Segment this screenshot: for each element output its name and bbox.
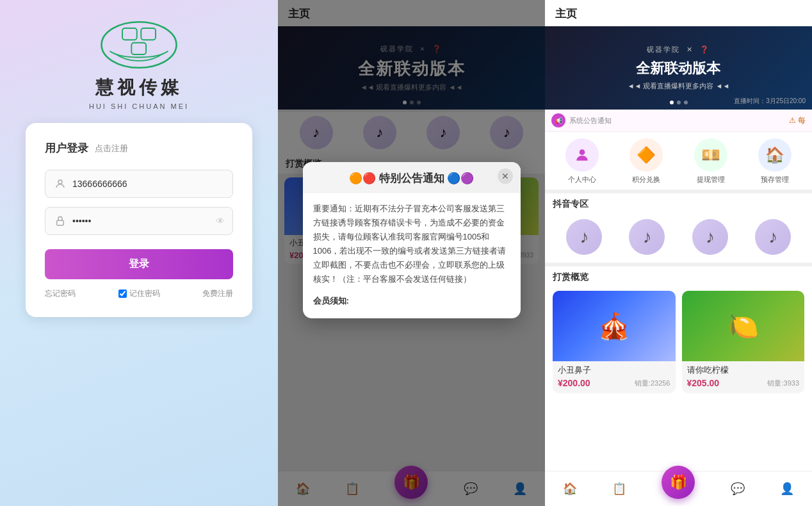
right-product-card-2[interactable]: 🍋 请你吃柠檬 ¥205.00 销量:3933 <box>682 291 805 393</box>
remember-text: 记住密码 <box>129 288 160 299</box>
svg-point-6 <box>580 149 585 155</box>
free-register[interactable]: 免费注册 <box>202 288 233 299</box>
right-nav-home[interactable]: 🏠 <box>563 482 577 496</box>
right-product-label: 打赏概览 <box>545 266 812 287</box>
right-banner-time: 直播时间：3月25日20:00 <box>734 97 806 106</box>
right-page-header: 主页 <box>545 0 812 26</box>
lock-icon <box>53 214 67 228</box>
func-deposit[interactable]: 🏠 预存管理 <box>758 138 792 184</box>
eye-icon[interactable]: 👁 <box>216 216 225 226</box>
modal-emoji-right: 🔵🟣 <box>447 172 474 184</box>
modal-title: 🟠🔴 特别公告通知 🔵🟣 <box>313 171 510 186</box>
user-icon <box>53 177 67 191</box>
right-product-sales-1: 销量:23256 <box>635 379 670 388</box>
remember-password-label[interactable]: 记住密码 <box>118 288 160 299</box>
func-personal-circle <box>565 138 599 172</box>
douyin-icon-3[interactable]: ♪ <box>692 219 728 255</box>
speaker-icon: 📢 <box>551 113 565 127</box>
func-withdraw[interactable]: 💴 提现管理 <box>694 138 727 184</box>
right-lemon-img: 🍋 <box>682 291 805 361</box>
remember-checkbox[interactable] <box>118 290 127 298</box>
right-banner-sub: ◄◄ 观看直播爆料更多内容 ◄◄ <box>628 81 730 91</box>
modal-close-button[interactable]: ✕ <box>498 168 513 184</box>
func-personal-label: 个人中心 <box>568 175 596 184</box>
svg-rect-5 <box>57 220 64 225</box>
svg-point-4 <box>58 180 62 184</box>
phone-screen: 主页 砚器学院 × ❓ 全新联动版本 ◄◄ 观看直播爆料更多内容 ◄◄ <box>278 0 545 506</box>
login-box: 用户登录 点击注册 👁 登录 忘记密码 <box>26 123 252 317</box>
modal-body: 重要通知：近期有不法分子冒充本公司客服发送第三方链接诱导顾客预存错误卡号，为造成… <box>303 193 521 319</box>
douyin-icon-2[interactable]: ♪ <box>629 219 665 255</box>
right-bottom-nav: 🏠 📋 🎁 💬 👤 <box>545 471 812 506</box>
douyin-icon-1[interactable]: ♪ <box>566 219 602 255</box>
modal-content-text: 重要通知：近期有不法分子冒充本公司客服发送第三方链接诱导顾客预存错误卡号，为造成… <box>313 202 510 287</box>
svg-rect-2 <box>141 28 156 40</box>
right-product-grid: 🎪 小丑鼻子 ¥200.00 销量:23256 🍋 请你吃柠檬 <box>545 287 812 400</box>
right-nav-user[interactable]: 👤 <box>780 482 794 496</box>
company-pinyin: HUI SHI CHUAN MEI <box>89 102 189 110</box>
logo-svg <box>97 19 181 70</box>
func-personal[interactable]: 个人中心 <box>565 138 599 184</box>
right-product-price-1: ¥200.00 <box>558 378 590 388</box>
login-title: 用户登录 <box>45 141 88 156</box>
svg-rect-1 <box>122 28 137 40</box>
modal-box: 🟠🔴 特别公告通知 🔵🟣 ✕ 重要通知：近期有不法分子冒充本公司客服发送第三方链… <box>303 162 521 319</box>
modal-section-title: 会员须知: <box>313 294 510 308</box>
middle-panel: 主页 砚器学院 × ❓ 全新联动版本 ◄◄ 观看直播爆料更多内容 ◄◄ <box>278 0 545 506</box>
modal-emoji-left: 🟠🔴 <box>349 172 379 184</box>
right-clown-img: 🎪 <box>553 291 676 361</box>
func-points-label: 积分兑换 <box>632 175 660 184</box>
right-banner-dots <box>670 101 688 104</box>
right-nav-gift[interactable]: 🎁 <box>662 466 695 499</box>
douyin-icon-4[interactable]: ♪ <box>755 219 791 255</box>
douyin-label: 抖音专区 <box>545 193 812 214</box>
password-input-group: 👁 <box>45 207 233 235</box>
douyin-section: 抖音专区 ♪ ♪ ♪ ♪ <box>545 193 812 263</box>
func-withdraw-label: 提现管理 <box>697 175 725 184</box>
right-banner-badge: 砚器学院 ✕ ❓ <box>628 45 730 54</box>
forgot-password[interactable]: 忘记密码 <box>45 288 76 299</box>
douyin-icons-row: ♪ ♪ ♪ ♪ <box>545 214 812 263</box>
notice-bar: 📢 系统公告通知 ⚠ 每 <box>545 110 812 132</box>
right-banner-text: 全新联动版本 <box>628 60 730 78</box>
modal-header: 🟠🔴 特别公告通知 🔵🟣 <box>303 162 521 193</box>
right-func-icons: 个人中心 🔶 积分兑换 💴 提现管理 🏠 预存管理 <box>545 132 812 190</box>
right-product-name-1: 小丑鼻子 <box>558 364 670 376</box>
func-withdraw-circle: 💴 <box>694 138 727 172</box>
right-banner: 砚器学院 ✕ ❓ 全新联动版本 ◄◄ 观看直播爆料更多内容 ◄◄ 直播时间：3月… <box>545 26 812 110</box>
left-panel: 慧视传媒 HUI SHI CHUAN MEI 用户登录 点击注册 <box>0 0 278 506</box>
register-link[interactable]: 点击注册 <box>95 143 128 154</box>
login-button[interactable]: 登录 <box>45 249 233 279</box>
phone-input-group <box>45 170 233 198</box>
right-product-info-2: 请你吃柠檬 ¥205.00 销量:3933 <box>682 361 805 393</box>
right-product-section: 打赏概览 🎪 小丑鼻子 ¥200.00 销量:23256 🍋 <box>545 266 812 471</box>
func-deposit-label: 预存管理 <box>761 175 789 184</box>
right-product-sales-2: 销量:3933 <box>767 379 799 388</box>
password-input[interactable] <box>72 216 216 226</box>
func-points[interactable]: 🔶 积分兑换 <box>629 138 663 184</box>
svg-rect-3 <box>131 43 146 54</box>
phone-input[interactable] <box>72 179 225 189</box>
right-panel: 主页 砚器学院 ✕ ❓ 全新联动版本 ◄◄ 观看直播爆料更多内容 ◄◄ 直播时间… <box>545 0 812 506</box>
modal-title-text: 特别公告通知 <box>379 172 444 184</box>
right-product-name-2: 请你吃柠檬 <box>687 364 800 376</box>
modal-overlay: 🟠🔴 特别公告通知 🔵🟣 ✕ 重要通知：近期有不法分子冒充本公司客服发送第三方链… <box>278 0 545 506</box>
notice-warning: ⚠ 每 <box>789 115 806 126</box>
notice-text: 系统公告通知 <box>569 116 612 126</box>
company-name: 慧视传媒 <box>95 76 183 100</box>
right-product-info-1: 小丑鼻子 ¥200.00 销量:23256 <box>553 361 676 393</box>
right-dot-1 <box>670 101 674 104</box>
logo-container: 慧视传媒 HUI SHI CHUAN MEI <box>89 19 189 110</box>
func-deposit-circle: 🏠 <box>758 138 792 172</box>
login-options: 忘记密码 记住密码 免费注册 <box>45 288 233 299</box>
right-product-price-2: ¥205.00 <box>687 378 720 388</box>
right-product-card-1[interactable]: 🎪 小丑鼻子 ¥200.00 销量:23256 <box>553 291 676 393</box>
right-dot-3 <box>684 101 688 104</box>
right-dot-2 <box>677 101 681 104</box>
login-title-row: 用户登录 点击注册 <box>45 141 233 156</box>
right-nav-list[interactable]: 📋 <box>612 482 626 496</box>
right-nav-chat[interactable]: 💬 <box>731 482 745 496</box>
func-points-circle: 🔶 <box>629 138 663 172</box>
